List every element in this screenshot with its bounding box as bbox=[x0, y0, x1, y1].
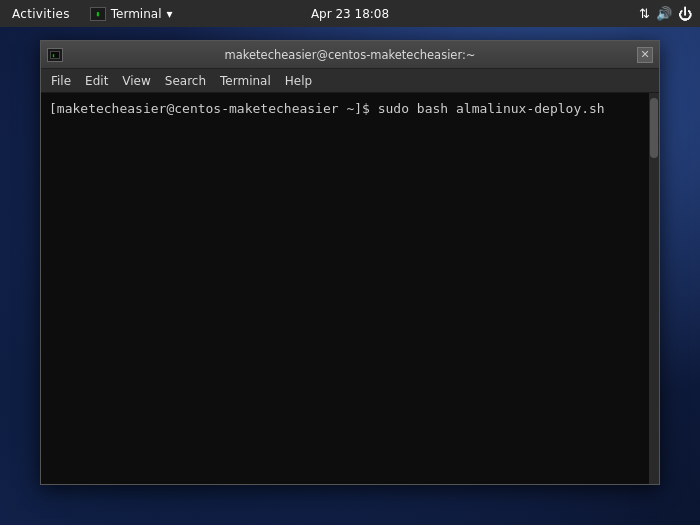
terminal-app-label: Terminal bbox=[111, 7, 162, 21]
menu-edit[interactable]: Edit bbox=[79, 70, 114, 92]
top-bar: Activities ▮ Terminal ▾ Apr 23 18:08 ⇅ 🔊… bbox=[0, 0, 700, 27]
title-bar-icon: ▮ bbox=[47, 48, 63, 62]
scrollbar-track[interactable] bbox=[649, 93, 659, 484]
desktop: Activities ▮ Terminal ▾ Apr 23 18:08 ⇅ 🔊… bbox=[0, 0, 700, 525]
menu-search[interactable]: Search bbox=[159, 70, 212, 92]
menu-help[interactable]: Help bbox=[279, 70, 318, 92]
terminal-content[interactable]: [maketecheasier@centos-maketecheasier ~]… bbox=[41, 93, 659, 484]
terminal-app-button[interactable]: ▮ Terminal ▾ bbox=[82, 0, 181, 27]
datetime-display: Apr 23 18:08 bbox=[311, 7, 389, 21]
title-bar-left: ▮ bbox=[47, 48, 63, 62]
top-bar-right: ⇅ 🔊 ⏻ bbox=[639, 6, 700, 22]
menu-terminal[interactable]: Terminal bbox=[214, 70, 277, 92]
title-bar: ▮ maketecheasier@centos-maketecheasier:~… bbox=[41, 41, 659, 69]
top-bar-center: Apr 23 18:08 bbox=[311, 7, 389, 21]
menu-bar: File Edit View Search Terminal Help bbox=[41, 69, 659, 93]
terminal-dropdown-arrow[interactable]: ▾ bbox=[166, 7, 172, 21]
command-line: [maketecheasier@centos-maketecheasier ~]… bbox=[49, 99, 651, 119]
activities-button[interactable]: Activities bbox=[0, 0, 82, 27]
menu-view[interactable]: View bbox=[116, 70, 156, 92]
network-icon[interactable]: ⇅ bbox=[639, 6, 650, 21]
scrollbar-thumb[interactable] bbox=[650, 98, 658, 158]
prompt-text: [maketecheasier@centos-maketecheasier ~]… bbox=[49, 99, 605, 119]
menu-file[interactable]: File bbox=[45, 70, 77, 92]
top-bar-left: Activities ▮ Terminal ▾ bbox=[0, 0, 181, 27]
terminal-app-icon: ▮ bbox=[90, 7, 106, 21]
power-icon[interactable]: ⏻ bbox=[678, 6, 692, 22]
window-title: maketecheasier@centos-maketecheasier:~ bbox=[225, 48, 476, 62]
close-button[interactable]: ✕ bbox=[637, 47, 653, 63]
volume-icon[interactable]: 🔊 bbox=[656, 6, 672, 21]
terminal-window: ▮ maketecheasier@centos-maketecheasier:~… bbox=[40, 40, 660, 485]
title-bar-icon-inner: ▮ bbox=[50, 51, 60, 59]
